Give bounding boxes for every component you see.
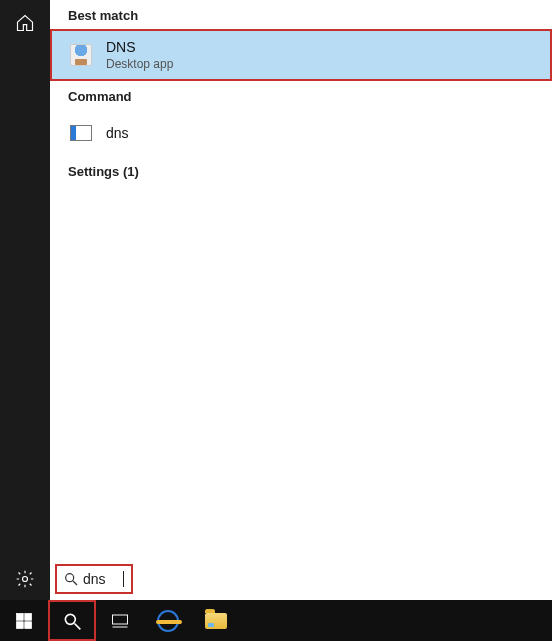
internet-explorer-button[interactable] — [144, 600, 192, 641]
task-view-button[interactable] — [96, 600, 144, 641]
section-header-best-match: Best match — [50, 0, 552, 29]
home-icon[interactable] — [14, 12, 36, 34]
ie-icon — [157, 610, 179, 632]
dns-app-icon — [68, 42, 94, 68]
section-header-settings[interactable]: Settings (1) — [50, 156, 552, 185]
svg-point-7 — [65, 614, 75, 624]
result-text-block: DNS Desktop app — [106, 39, 173, 71]
svg-rect-6 — [25, 621, 32, 628]
search-results-area: Best match DNS Desktop app Command dns S… — [50, 0, 552, 600]
start-left-rail — [0, 0, 50, 600]
svg-rect-3 — [17, 613, 24, 620]
run-command-icon — [68, 120, 94, 146]
search-input[interactable] — [83, 571, 123, 587]
search-icon — [63, 571, 79, 587]
section-header-command: Command — [50, 81, 552, 110]
svg-rect-5 — [17, 621, 24, 628]
svg-rect-9 — [113, 615, 128, 624]
result-best-match-dns[interactable]: DNS Desktop app — [50, 29, 552, 81]
taskbar — [0, 600, 552, 641]
svg-point-1 — [66, 574, 74, 582]
text-caret — [123, 571, 124, 587]
result-command-dns[interactable]: dns — [50, 110, 552, 156]
start-button[interactable] — [0, 600, 48, 641]
result-title: dns — [106, 125, 129, 141]
file-explorer-button[interactable] — [192, 600, 240, 641]
taskbar-search-button[interactable] — [48, 600, 96, 641]
start-search-panel: Best match DNS Desktop app Command dns S… — [0, 0, 552, 600]
result-subtitle: Desktop app — [106, 57, 173, 71]
svg-point-0 — [23, 577, 28, 582]
svg-line-8 — [75, 623, 81, 629]
svg-line-2 — [73, 581, 77, 585]
svg-rect-4 — [25, 613, 32, 620]
result-title: DNS — [106, 39, 173, 55]
folder-icon — [205, 613, 227, 629]
settings-icon[interactable] — [14, 568, 36, 590]
search-box[interactable] — [55, 564, 133, 594]
